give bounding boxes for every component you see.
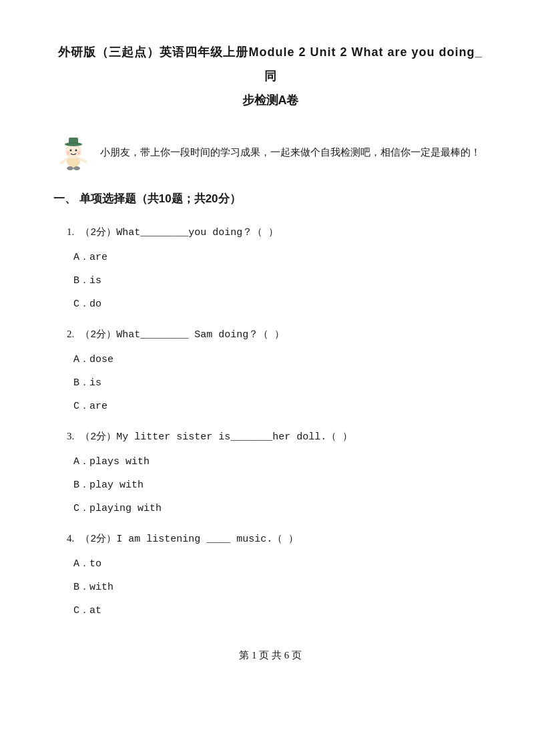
q2-option-a: A．dose xyxy=(73,351,487,369)
mascot-section: 小朋友，带上你一段时间的学习成果，一起来做个自我检测吧，相信你一定是最棒的！ xyxy=(53,132,487,172)
q4-option-b: B．with xyxy=(73,578,487,596)
svg-point-10 xyxy=(73,166,80,170)
question-4: 4. （2分）I am listening ____ music.（ ） A．t… xyxy=(67,530,487,620)
mascot-icon xyxy=(53,132,93,172)
q1-option-c: C．do xyxy=(73,295,487,313)
q2-option-c: C．are xyxy=(73,397,487,415)
q4-num: 4. xyxy=(67,533,74,544)
q4-option-a: A．to xyxy=(73,555,487,573)
mascot-text: 小朋友，带上你一段时间的学习成果，一起来做个自我检测吧，相信你一定是最棒的！ xyxy=(100,144,481,162)
svg-point-3 xyxy=(75,150,77,152)
svg-point-9 xyxy=(67,166,73,170)
svg-point-2 xyxy=(70,150,72,152)
q2-option-b: B．is xyxy=(73,374,487,392)
question-3-stem: 3. （2分）My litter sister is_______her dol… xyxy=(67,427,487,446)
q1-option-b: B．is xyxy=(73,272,487,290)
q1-num: 1. xyxy=(67,226,74,237)
q1-text: （2分）What________you doing？（ ） xyxy=(80,227,278,238)
svg-point-11 xyxy=(67,152,70,155)
q2-text: （2分）What________ Sam doing？（ ） xyxy=(80,329,284,341)
question-2: 2. （2分）What________ Sam doing？（ ） A．dose… xyxy=(67,325,487,415)
q4-option-c: C．at xyxy=(73,602,487,620)
question-3: 3. （2分）My litter sister is_______her dol… xyxy=(67,427,487,518)
q3-option-b: B．play with xyxy=(73,476,487,494)
questions-list: 1. （2分）What________you doing？（ ） A．are B… xyxy=(53,223,487,620)
svg-line-8 xyxy=(80,159,85,162)
question-1: 1. （2分）What________you doing？（ ） A．are B… xyxy=(67,223,487,313)
q1-option-a: A．are xyxy=(73,248,487,266)
q2-num: 2. xyxy=(67,329,74,339)
title-line1: 外研版（三起点）英语四年级上册Module 2 Unit 2 What are … xyxy=(53,40,487,88)
q3-text: （2分）My litter sister is_______her doll.（… xyxy=(80,431,352,443)
page-footer: 第 1 页 共 6 页 xyxy=(53,646,487,665)
q3-option-a: A．plays with xyxy=(73,453,487,471)
footer-text: 第 1 页 共 6 页 xyxy=(239,650,302,660)
question-1-stem: 1. （2分）What________you doing？（ ） xyxy=(67,223,487,242)
svg-rect-5 xyxy=(69,138,78,145)
question-2-stem: 2. （2分）What________ Sam doing？（ ） xyxy=(67,325,487,344)
title-line2: 步检测A卷 xyxy=(53,88,487,112)
svg-point-12 xyxy=(77,152,81,155)
svg-line-7 xyxy=(61,159,67,163)
q4-text: （2分）I am listening ____ music.（ ） xyxy=(80,534,298,545)
section1-header: 一、 单项选择题（共10题；共20分） xyxy=(53,189,487,210)
question-4-stem: 4. （2分）I am listening ____ music.（ ） xyxy=(67,530,487,548)
title-section: 外研版（三起点）英语四年级上册Module 2 Unit 2 What are … xyxy=(53,40,487,112)
q3-num: 3. xyxy=(67,431,74,441)
q3-option-c: C．playing with xyxy=(73,500,487,518)
